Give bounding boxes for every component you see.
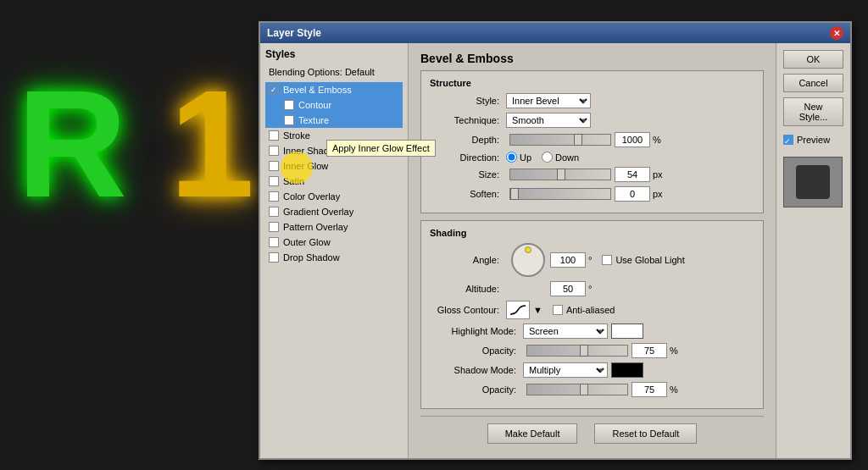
soften-thumb[interactable]: [510, 188, 519, 200]
outer-glow-label: Outer Glow: [283, 237, 331, 247]
color-overlay-label: Color Overlay: [283, 191, 340, 202]
shadow-opacity-thumb[interactable]: [580, 384, 588, 395]
depth-slider[interactable]: [509, 134, 611, 146]
style-item-satin[interactable]: Satin: [265, 174, 403, 189]
direction-radio-group: Up Down: [506, 152, 579, 163]
anti-aliased-item[interactable]: Anti-aliased: [553, 305, 615, 315]
style-item-outer-glow[interactable]: Outer Glow: [265, 235, 403, 250]
size-slider[interactable]: [509, 169, 611, 180]
use-global-light-label: Use Global Light: [615, 255, 684, 265]
direction-up-radio[interactable]: [506, 152, 517, 163]
satin-checkbox[interactable]: [269, 176, 279, 186]
style-label: Style:: [430, 96, 506, 106]
style-item-inner-glow[interactable]: Inner Glow: [265, 158, 403, 174]
make-default-button[interactable]: Make Default: [487, 423, 578, 444]
shadow-mode-row: Shadow Mode: Multiply Normal Screen: [430, 362, 754, 378]
angle-row: Angle: ° Use Global Light: [430, 243, 754, 277]
texture-label: Texture: [298, 115, 329, 125]
drop-shadow-label: Drop Shadow: [283, 252, 340, 263]
letter-1: 1: [170, 68, 254, 220]
shadow-color-swatch[interactable]: [611, 362, 643, 378]
altitude-label: Altitude:: [430, 284, 506, 294]
new-style-button[interactable]: New Style...: [783, 97, 843, 126]
angle-symbol: °: [588, 255, 592, 265]
angle-dot: [525, 246, 531, 253]
stroke-checkbox[interactable]: [269, 130, 279, 141]
shadow-mode-select-wrapper: Multiply Normal Screen: [523, 362, 608, 378]
shadow-mode-select[interactable]: Multiply Normal Screen: [523, 362, 608, 378]
inner-shadow-checkbox[interactable]: [269, 146, 279, 156]
direction-up-item[interactable]: Up: [506, 152, 531, 163]
style-row: Style: Inner Bevel Outer Bevel Emboss Pi…: [430, 93, 754, 108]
size-label: Size:: [430, 169, 506, 180]
highlight-opacity-input[interactable]: [632, 343, 667, 358]
pattern-overlay-checkbox[interactable]: [269, 222, 279, 232]
contour-checkbox[interactable]: [284, 100, 294, 110]
outer-glow-checkbox[interactable]: [269, 237, 279, 247]
reset-to-default-button[interactable]: Reset to Default: [594, 423, 697, 444]
angle-label: Angle:: [430, 255, 506, 265]
section-title: Bevel & Emboss: [420, 52, 764, 65]
highlight-color-swatch[interactable]: [611, 323, 643, 339]
contour-label: Contour: [298, 100, 331, 110]
style-item-color-overlay[interactable]: Color Overlay: [265, 189, 403, 204]
style-item-texture[interactable]: Texture: [265, 113, 403, 128]
styles-header: Styles: [265, 48, 403, 60]
direction-down-item[interactable]: Down: [542, 152, 579, 163]
ok-button[interactable]: OK: [783, 50, 843, 69]
use-global-light-checkbox[interactable]: [602, 255, 612, 265]
preview-label: Preview: [797, 135, 830, 145]
direction-up-label: Up: [520, 152, 531, 163]
depth-row: Depth: %: [430, 132, 754, 147]
gloss-contour-box[interactable]: [506, 301, 530, 319]
layer-style-dialog: Layer Style ✕ Styles Blending Options: D…: [259, 21, 852, 460]
angle-circle[interactable]: [511, 243, 545, 277]
shadow-opacity-slider[interactable]: [526, 384, 628, 395]
size-thumb[interactable]: [557, 169, 565, 180]
technique-label: Technique:: [430, 115, 506, 125]
inner-glow-tooltip: Apply Inner Glow Effect: [326, 140, 436, 157]
inner-glow-checkbox[interactable]: [269, 161, 279, 171]
style-item-pattern-overlay[interactable]: Pattern Overlay: [265, 219, 403, 235]
shading-title: Shading: [430, 228, 754, 238]
altitude-input[interactable]: [550, 281, 586, 296]
anti-aliased-checkbox[interactable]: [553, 305, 563, 315]
preview-inner-image: [796, 165, 830, 199]
close-button[interactable]: ✕: [830, 26, 843, 40]
direction-down-radio[interactable]: [542, 152, 553, 163]
soften-unit: px: [653, 189, 663, 199]
highlight-opacity-thumb[interactable]: [580, 345, 588, 357]
preview-checkbox[interactable]: ✓: [783, 135, 793, 145]
texture-checkbox[interactable]: [284, 115, 294, 125]
contour-dropdown-arrow[interactable]: ▼: [533, 305, 542, 315]
style-item-drop-shadow[interactable]: Drop Shadow: [265, 250, 403, 265]
gradient-overlay-checkbox[interactable]: [269, 207, 279, 217]
depth-input[interactable]: [615, 132, 650, 147]
style-select-wrapper: Inner Bevel Outer Bevel Emboss Pillow Em…: [506, 93, 591, 108]
direction-label: Direction:: [430, 152, 506, 163]
highlight-opacity-slider[interactable]: [526, 345, 628, 357]
technique-select[interactable]: Smooth Chisel Hard Chisel Soft: [506, 113, 591, 128]
size-row: Size: px: [430, 167, 754, 182]
style-item-bevel-emboss[interactable]: ✓ Bevel & Emboss: [265, 82, 403, 97]
angle-input[interactable]: [550, 252, 586, 268]
depth-thumb[interactable]: [574, 134, 582, 146]
bevel-emboss-checkbox[interactable]: ✓: [269, 85, 279, 95]
soften-slider[interactable]: [509, 188, 611, 200]
structure-section: Structure Style: Inner Bevel Outer Bevel…: [420, 70, 764, 213]
style-item-contour[interactable]: Contour: [265, 97, 403, 113]
size-input[interactable]: [615, 167, 650, 182]
highlight-mode-select[interactable]: Screen Normal Multiply: [523, 323, 608, 339]
style-select[interactable]: Inner Bevel Outer Bevel Emboss Pillow Em…: [506, 93, 591, 108]
use-global-light-item[interactable]: Use Global Light: [602, 255, 684, 265]
cancel-button[interactable]: Cancel: [783, 74, 843, 92]
color-overlay-checkbox[interactable]: [269, 191, 279, 202]
blending-options[interactable]: Blending Options: Default: [265, 65, 403, 79]
shadow-opacity-input[interactable]: [632, 382, 667, 397]
drop-shadow-checkbox[interactable]: [269, 252, 279, 263]
preview-checkbox-row: ✓ Preview: [783, 135, 843, 145]
main-content-area: Bevel & Emboss Structure Style: Inner Be…: [409, 43, 776, 458]
size-unit: px: [653, 169, 663, 180]
style-item-gradient-overlay[interactable]: Gradient Overlay: [265, 204, 403, 219]
soften-input[interactable]: [615, 186, 650, 202]
